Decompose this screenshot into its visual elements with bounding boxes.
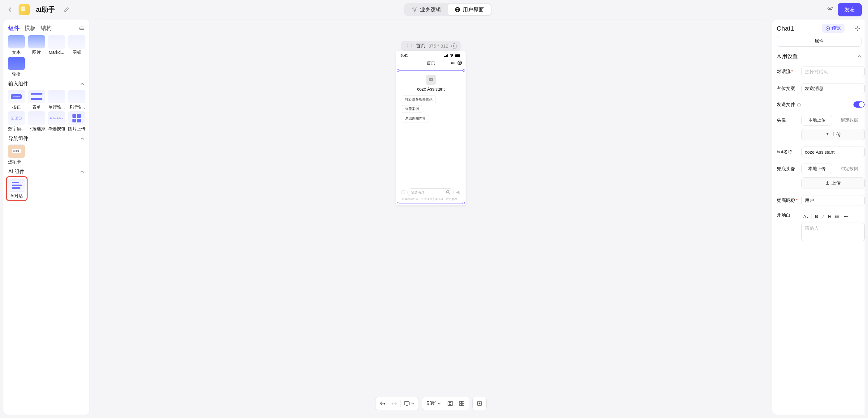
component-button[interactable]: Button按钮 bbox=[7, 90, 25, 110]
send-file-toggle[interactable] bbox=[854, 101, 865, 108]
avatar-tab-local[interactable]: 本地上传 bbox=[801, 115, 832, 126]
section-ai-components[interactable]: AI 组件 bbox=[7, 165, 86, 177]
properties-tab[interactable]: 属性 bbox=[777, 36, 862, 47]
component-dropdown[interactable]: 下拉选择 bbox=[27, 111, 45, 132]
back-button[interactable] bbox=[6, 6, 13, 13]
svg-rect-11 bbox=[444, 56, 445, 57]
selection-handle[interactable] bbox=[397, 202, 399, 204]
suggestion-chip[interactable]: 查看案例 bbox=[402, 105, 422, 113]
bot-name-input[interactable] bbox=[801, 146, 865, 158]
avatar-upload-button[interactable]: 上传 bbox=[801, 129, 865, 140]
collaborators-icon[interactable] bbox=[827, 6, 833, 13]
component-image-upload[interactable]: 图片上传 bbox=[67, 111, 86, 132]
component-number[interactable]: -100+数字输... bbox=[7, 111, 25, 132]
signal-icon bbox=[444, 54, 448, 57]
component-tabs[interactable]: 标签 2选项卡... bbox=[7, 144, 25, 165]
svg-rect-16 bbox=[461, 55, 461, 56]
component-carousel[interactable]: 轮播 bbox=[7, 57, 25, 77]
canvas-toolbar: 53% bbox=[375, 397, 487, 410]
fallback-avatar-tab-bind[interactable]: 绑定数据 bbox=[834, 164, 865, 174]
bot-name: coze Assistant bbox=[398, 86, 464, 92]
target-icon[interactable] bbox=[458, 61, 462, 65]
chat-component-selected[interactable]: coze Assistant 推荐更多相关资讯 查看案例 总结新闻内容 发送消息 bbox=[398, 70, 464, 203]
svg-point-0 bbox=[413, 8, 414, 9]
component-markdown[interactable]: Markd... bbox=[48, 35, 66, 55]
chat-input[interactable]: 发送消息 bbox=[407, 188, 454, 196]
preview-button[interactable]: 预览 bbox=[822, 24, 844, 33]
send-icon[interactable] bbox=[456, 190, 461, 195]
suggestion-chip[interactable]: 总结新闻内容 bbox=[402, 115, 429, 123]
section-input-components[interactable]: 输入组件 bbox=[7, 77, 86, 90]
more-format-button[interactable]: ••• bbox=[842, 213, 849, 220]
list-button[interactable] bbox=[833, 213, 841, 219]
grip-icon[interactable]: ⋮⋮ bbox=[405, 43, 413, 49]
label-placeholder: 占位文案 bbox=[777, 85, 798, 92]
page-dimensions: 375 * 812 bbox=[428, 43, 448, 48]
tab-logic[interactable]: 业务逻辑 bbox=[405, 4, 448, 15]
left-tab-components[interactable]: 组件 bbox=[8, 25, 20, 32]
bold-button[interactable]: B bbox=[813, 213, 820, 220]
avatar-tab-bind[interactable]: 绑定数据 bbox=[834, 115, 865, 126]
component-text[interactable]: 文本 bbox=[7, 35, 25, 55]
chevron-up-icon bbox=[80, 170, 85, 173]
tab-ui[interactable]: 用户界面 bbox=[448, 4, 491, 15]
device-select[interactable] bbox=[401, 397, 417, 410]
component-single-input[interactable]: 单行输... bbox=[48, 90, 66, 110]
left-tab-templates[interactable]: 模板 bbox=[25, 25, 36, 32]
tab-logic-label: 业务逻辑 bbox=[420, 6, 441, 13]
redo-button[interactable] bbox=[389, 397, 400, 410]
component-form[interactable]: 表单 bbox=[27, 90, 45, 110]
info-icon[interactable]: i bbox=[797, 103, 801, 107]
zoom-select[interactable]: 53% bbox=[424, 397, 444, 410]
component-image[interactable]: 图片 bbox=[27, 35, 45, 55]
fallback-avatar-tab-local[interactable]: 本地上传 bbox=[801, 164, 832, 174]
plus-circle-icon[interactable] bbox=[446, 190, 451, 195]
opening-textarea[interactable]: 请输入 bbox=[801, 222, 865, 241]
component-multi-input[interactable]: 多行输... bbox=[67, 90, 86, 110]
disclaimer: 内容由AI生成，无法确保真实准确，仅供参考。 bbox=[398, 197, 464, 201]
svg-rect-26 bbox=[460, 401, 462, 403]
component-icon[interactable]: 图标 bbox=[67, 35, 86, 55]
upload-icon bbox=[825, 181, 830, 185]
settings-icon[interactable] bbox=[854, 25, 862, 32]
svg-rect-12 bbox=[445, 56, 446, 57]
label-fallback-avatar: 兜底头像 bbox=[777, 166, 798, 172]
placeholder-input[interactable] bbox=[801, 83, 865, 94]
fallback-avatar-upload-button[interactable]: 上传 bbox=[801, 177, 865, 189]
chevron-up-icon bbox=[80, 82, 85, 85]
collapse-panel-icon[interactable] bbox=[79, 26, 85, 30]
play-icon[interactable]: ▶ bbox=[451, 43, 457, 49]
strike-button[interactable]: S bbox=[826, 213, 833, 220]
selection-handle[interactable] bbox=[463, 69, 465, 72]
undo-button[interactable] bbox=[377, 397, 389, 410]
svg-rect-28 bbox=[460, 404, 462, 406]
format-button[interactable]: A bbox=[801, 213, 810, 220]
suggestion-chip[interactable]: 推荐更多相关资讯 bbox=[402, 96, 436, 103]
battery-icon bbox=[455, 54, 461, 57]
add-page-button[interactable] bbox=[474, 397, 485, 410]
page-header[interactable]: ⋮⋮ 首页 375 * 812 ▶ bbox=[401, 41, 461, 51]
more-icon[interactable]: ••• bbox=[451, 61, 455, 66]
component-radio[interactable]: ◉ RadioBox单选按钮 bbox=[48, 111, 66, 132]
label-opening: 开场白 bbox=[777, 212, 798, 218]
fallback-nick-input[interactable] bbox=[801, 195, 865, 206]
globe-icon bbox=[455, 7, 460, 12]
grid-button[interactable] bbox=[456, 397, 468, 410]
publish-button[interactable]: 发布 bbox=[838, 3, 862, 16]
section-nav-components[interactable]: 导航组件 bbox=[7, 132, 86, 144]
selection-handle[interactable] bbox=[397, 69, 399, 72]
selection-handle[interactable] bbox=[463, 202, 465, 204]
canvas[interactable]: ⋮⋮ 首页 375 * 812 ▶ 9:41 bbox=[93, 19, 769, 415]
italic-button[interactable]: I bbox=[820, 213, 826, 220]
rich-text-toolbar: A | B I S ••• bbox=[801, 212, 865, 221]
chatflow-select[interactable] bbox=[801, 66, 865, 77]
fit-screen-button[interactable] bbox=[444, 397, 456, 410]
mode-segmented: 业务逻辑 用户界面 bbox=[404, 3, 492, 16]
section-common-settings[interactable]: 常用设置 bbox=[777, 50, 865, 63]
attachment-icon[interactable] bbox=[401, 190, 405, 195]
component-ai-chat[interactable]: Ai对话 bbox=[6, 176, 28, 201]
phone-nav-title: 首页 bbox=[427, 60, 435, 66]
edit-icon[interactable] bbox=[64, 7, 69, 12]
left-tab-structure[interactable]: 结构 bbox=[40, 25, 52, 32]
svg-point-7 bbox=[830, 8, 832, 9]
